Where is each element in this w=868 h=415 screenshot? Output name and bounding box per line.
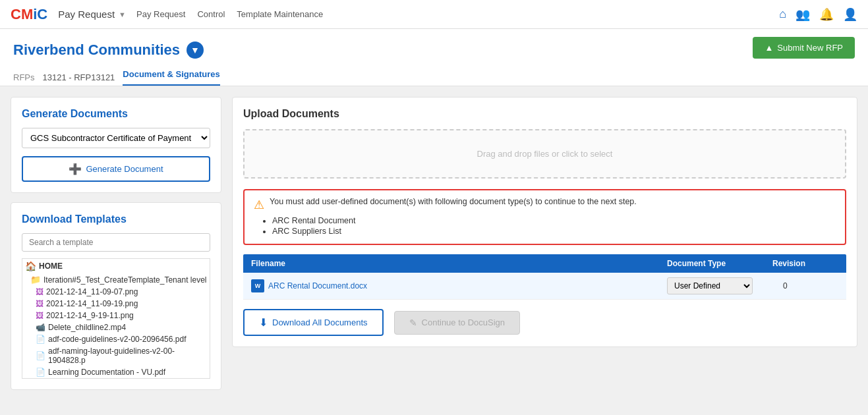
alert-message: You must add user-defined document(s) wi… — [270, 197, 637, 206]
submit-new-rfp-label: Submit New RFP — [777, 43, 843, 53]
tree-file-label-6: adf-naming-layout-guidelines-v2-00-19048… — [48, 346, 207, 365]
main-content: Generate Documents GCS Subcontractor Cer… — [0, 86, 868, 415]
table-header: Filename Document Type Revision — [243, 254, 846, 273]
doctype-select[interactable]: User Defined ARC Rental Document ARC Sup… — [667, 277, 753, 294]
download-all-label: Download All Documents — [272, 318, 368, 327]
alert-list-item-2: ARC Suppliers List — [272, 227, 836, 236]
company-name: Riverbend Communities — [13, 42, 180, 59]
logo-cm: CM — [11, 6, 33, 23]
file-img-icon-3: 🖼 — [36, 311, 43, 320]
tree-file-label-4: Delete_childline2.mp4 — [48, 323, 126, 332]
tree-file-4[interactable]: 📹 Delete_childline2.mp4 — [22, 321, 210, 333]
drop-zone[interactable]: Drag and drop files or click to select — [243, 129, 846, 179]
home-icon: 🏠 — [25, 261, 36, 271]
filename-label: ARC Rental Document.docx — [268, 281, 367, 290]
submit-upload-icon: ▲ — [765, 43, 773, 53]
file-tree-scroll: 🏠 HOME 📁 Iteration#5_Test_CreateTemplate… — [22, 258, 210, 379]
file-vid-icon-4: 📹 — [36, 323, 45, 332]
submit-new-rfp-button[interactable]: ▲ Submit New RFP — [753, 37, 855, 59]
tree-folder-label: Iteration#5_Test_CreateTemplate_Tenant l… — [43, 275, 207, 285]
logo-ic: iC — [33, 6, 47, 23]
breadcrumb-active: Document & Signatures — [123, 69, 219, 86]
people-nav-icon[interactable]: 👥 — [796, 7, 810, 22]
search-template-input[interactable] — [22, 233, 210, 252]
tree-file-7[interactable]: 📄 Learning Documentation - VU.pdf — [22, 366, 210, 378]
logo: CMiC — [11, 6, 47, 23]
continue-to-docusign-button: ✎ Continue to DocuSign — [394, 311, 520, 335]
top-nav: CMiC Pay Request ▼ Pay Request Control T… — [0, 0, 868, 29]
tree-file-6[interactable]: 📄 adf-naming-layout-guidelines-v2-00-190… — [22, 345, 210, 366]
tree-home-label: HOME — [39, 262, 63, 271]
drop-zone-label: Drag and drop files or click to select — [477, 149, 613, 159]
doc-type-dropdown[interactable]: GCS Subcontractor Certificate of Payment — [22, 128, 210, 148]
col-doctype: Document Type — [667, 259, 772, 268]
doctype-cell: User Defined ARC Rental Document ARC Sup… — [667, 277, 772, 294]
header-band: Riverbend Communities ▼ ▲ Submit New RFP… — [0, 29, 868, 86]
bottom-actions: ⬇ Download All Documents ✎ Continue to D… — [243, 309, 846, 336]
breadcrumb-row: RFPs 13121 - RFP13121 Document & Signatu… — [13, 69, 855, 86]
file-img-icon-2: 🖼 — [36, 299, 43, 308]
word-file-icon: W — [251, 279, 264, 292]
table-row: W ARC Rental Document.docx User Defined … — [243, 273, 846, 300]
tree-home-item[interactable]: 🏠 HOME — [22, 259, 210, 273]
nav-control[interactable]: Control — [197, 9, 225, 19]
download-icon: ⬇ — [259, 316, 268, 329]
file-pdf-icon-6: 📄 — [36, 351, 45, 360]
tree-folder-item[interactable]: 📁 Iteration#5_Test_CreateTemplate_Tenant… — [22, 273, 210, 286]
download-all-button[interactable]: ⬇ Download All Documents — [243, 309, 384, 336]
app-title-dropdown[interactable]: ▼ — [119, 11, 126, 18]
continue-label: Continue to DocuSign — [422, 318, 505, 327]
generate-documents-title: Generate Documents — [22, 108, 210, 120]
col-filename: Filename — [251, 259, 667, 268]
breadcrumb-rfp-link[interactable]: 13121 - RFP13121 — [43, 72, 115, 82]
upload-documents-title: Upload Documents — [243, 108, 846, 120]
generate-document-label: Generate Document — [86, 164, 163, 174]
alert-list-item-1: ARC Rental Document — [272, 216, 836, 225]
edit-icon: ✎ — [409, 318, 417, 328]
left-panel: Generate Documents GCS Subcontractor Cer… — [11, 97, 221, 405]
nav-pay-request[interactable]: Pay Request — [136, 9, 185, 19]
file-pdf-icon-7: 📄 — [36, 368, 45, 377]
nav-icons: ⌂ 👥 🔔 👤 — [779, 7, 857, 22]
app-title: Pay Request — [58, 9, 115, 20]
tree-file-label-5: adf-code-guidelines-v2-00-2096456.pdf — [48, 335, 186, 344]
file-img-icon-1: 🖼 — [36, 287, 43, 296]
nav-links: Pay Request Control Template Maintenance — [136, 9, 323, 19]
nav-template-maintenance[interactable]: Template Maintenance — [237, 9, 323, 19]
alert-warning-icon: ⚠ — [254, 198, 264, 212]
tree-file-3[interactable]: 🖼 2021-12-14_9-19-11.png — [22, 310, 210, 321]
breadcrumb-rfps-label: RFPs — [13, 72, 35, 82]
user-nav-icon[interactable]: 👤 — [843, 7, 857, 22]
home-nav-icon[interactable]: ⌂ — [779, 7, 786, 21]
folder-icon: 📁 — [30, 275, 41, 285]
tree-file-1[interactable]: 🖼 2021-12-14_11-09-07.png — [22, 286, 210, 298]
col-revision: Revision — [772, 259, 838, 268]
file-pdf-icon-5: 📄 — [36, 335, 45, 344]
download-templates-title: Download Templates — [22, 213, 210, 225]
right-panel: Upload Documents Drag and drop files or … — [232, 97, 857, 405]
tree-file-label-3: 2021-12-14_9-19-11.png — [46, 311, 134, 320]
tree-file-2[interactable]: 🖼 2021-12-14_11-09-19.png — [22, 298, 210, 310]
alert-list: ARC Rental Document ARC Suppliers List — [272, 216, 836, 236]
alert-box: ⚠ You must add user-defined document(s) … — [243, 189, 846, 245]
tree-file-label-7: Learning Documentation - VU.pdf — [48, 368, 165, 377]
company-dropdown-btn[interactable]: ▼ — [187, 42, 204, 59]
generate-plus-icon: ➕ — [69, 163, 82, 175]
revision-cell: 0 — [772, 281, 838, 290]
generate-documents-card: Generate Documents GCS Subcontractor Cer… — [11, 97, 221, 193]
tree-file-label-1: 2021-12-14_11-09-07.png — [46, 287, 138, 296]
alert-header: ⚠ You must add user-defined document(s) … — [254, 197, 836, 212]
tree-file-label-2: 2021-12-14_11-09-19.png — [46, 299, 138, 308]
download-templates-card: Download Templates 🏠 HOME 📁 Iteration#5_… — [11, 202, 221, 390]
bell-nav-icon[interactable]: 🔔 — [819, 7, 834, 22]
tree-file-5[interactable]: 📄 adf-code-guidelines-v2-00-2096456.pdf — [22, 333, 210, 345]
company-row: Riverbend Communities ▼ ▲ Submit New RFP — [13, 37, 855, 63]
filename-cell[interactable]: W ARC Rental Document.docx — [251, 279, 667, 292]
generate-document-button[interactable]: ➕ Generate Document — [22, 156, 210, 182]
upload-documents-card: Upload Documents Drag and drop files or … — [232, 97, 857, 347]
